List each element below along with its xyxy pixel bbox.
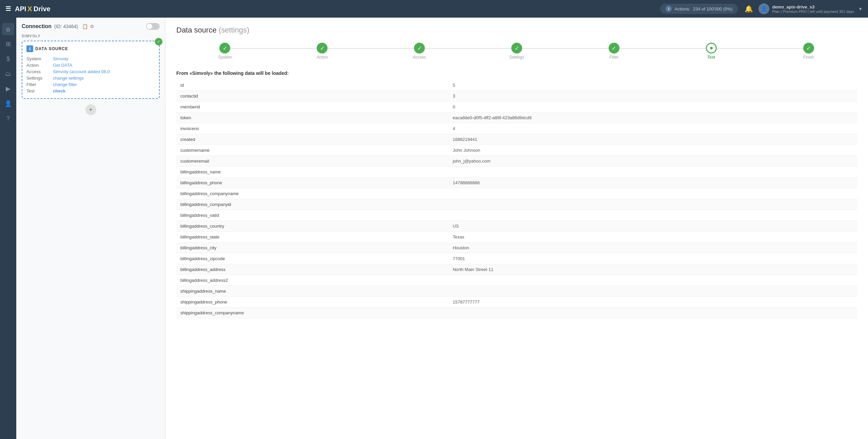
- step-action-label: Action: [317, 55, 328, 60]
- table-row: customernameJohn Johnson: [176, 145, 857, 156]
- system-label: System: [26, 56, 50, 61]
- table-row: shippingaddress_phone15787777777: [176, 297, 857, 308]
- settings-label: Settings: [26, 76, 50, 81]
- sidebar-item-media[interactable]: ▶: [2, 83, 14, 95]
- connection-icons: 📋 ⚙: [82, 24, 94, 29]
- field-value: john_j@yahoo.com: [449, 156, 857, 167]
- table-row: billingaddress_zipcode77001: [176, 253, 857, 264]
- sidebar-item-home[interactable]: ⌂: [2, 23, 14, 35]
- card-row-filter: Filter change filter: [26, 81, 155, 88]
- copy-icon[interactable]: 📋: [82, 24, 88, 29]
- field-name: customername: [176, 145, 449, 156]
- step-test[interactable]: Test: [663, 43, 760, 60]
- step-filter: ✓ Filter: [565, 43, 663, 60]
- field-value: 77001: [449, 253, 857, 264]
- bell-icon[interactable]: 🔔: [745, 5, 753, 13]
- system-value[interactable]: Simvoly: [53, 56, 68, 61]
- table-row: invoiceno4: [176, 123, 857, 134]
- access-value[interactable]: Simvoly (account added 08.0: [53, 69, 110, 74]
- user-info: 👤 demo_apix-drive_s3 Plan | Premium PRO …: [758, 3, 863, 14]
- logo-x: X: [27, 5, 32, 13]
- field-value: [449, 210, 857, 221]
- card-row-access: Access Simvoly (account added 08.0: [26, 68, 155, 75]
- field-name: billingaddress_companyname: [176, 188, 449, 199]
- main-container: Connection (ID: 43464) 📋 ⚙ SIMVOLY ✓ 1 D…: [16, 18, 868, 439]
- avatar: 👤: [758, 3, 769, 14]
- field-name: shippingaddress_name: [176, 286, 449, 297]
- field-value: 5: [449, 80, 857, 91]
- step-settings-circle: ✓: [511, 43, 522, 54]
- table-row: contactid3: [176, 91, 857, 102]
- sidebar-item-connections[interactable]: ⊞: [2, 38, 14, 50]
- step-access: ✓ Access: [371, 43, 468, 60]
- card-header: 1 DATA SOURCE: [26, 45, 155, 52]
- user-details: demo_apix-drive_s3 Plan | Premium PRO | …: [772, 4, 854, 14]
- filter-value[interactable]: change filter: [53, 82, 77, 87]
- field-value: 1686219441: [449, 134, 857, 145]
- sidebar-item-billing[interactable]: $: [2, 53, 14, 65]
- table-row: billingaddress_cityHouston: [176, 243, 857, 253]
- step-finish-circle: ✓: [803, 43, 814, 54]
- simvoly-label: SIMVOLY: [22, 34, 160, 38]
- connection-id: (ID: 43464): [54, 24, 78, 29]
- field-name: shippingaddress_companyname: [176, 308, 449, 318]
- connection-title: Connection: [22, 23, 52, 29]
- card-type: DATA SOURCE: [35, 46, 68, 51]
- sidebar-item-tasks[interactable]: 🗂: [2, 68, 14, 80]
- toggle-switch[interactable]: [146, 23, 160, 30]
- navbar-right: 🔔 👤 demo_apix-drive_s3 Plan | Premium PR…: [745, 3, 863, 14]
- field-name: shippingaddress_phone: [176, 297, 449, 308]
- test-value[interactable]: check: [53, 88, 65, 93]
- field-name: created: [176, 134, 449, 145]
- sidebar: ⌂ ⊞ $ 🗂 ▶ 👤 ?: [0, 18, 16, 439]
- step-test-circle: [706, 43, 717, 54]
- card-row-action: Action Get DATA: [26, 62, 155, 68]
- field-name: billingaddress_vatid: [176, 210, 449, 221]
- page-title: Data source (settings): [176, 26, 857, 35]
- navbar: ☰ APIXDrive i Actions: 234 of 100'000 (0…: [0, 0, 868, 18]
- field-value: 3: [449, 91, 857, 102]
- info-icon: i: [666, 6, 672, 12]
- table-row: billingaddress_name: [176, 167, 857, 177]
- test-label: Test: [26, 88, 50, 93]
- field-name: billingaddress_address: [176, 264, 449, 275]
- field-value: [449, 275, 857, 286]
- logo-api: API: [15, 5, 26, 13]
- step-finish: ✓ Finish: [760, 43, 857, 60]
- table-row: shippingaddress_name: [176, 286, 857, 297]
- logo-drive: Drive: [34, 5, 51, 13]
- step-system: ✓ System: [176, 43, 274, 60]
- field-name: memberid: [176, 102, 449, 112]
- table-row: billingaddress_vatid: [176, 210, 857, 221]
- settings-value[interactable]: change settings: [53, 76, 84, 81]
- settings-icon[interactable]: ⚙: [90, 24, 94, 29]
- step-settings-label: Settings: [509, 55, 524, 60]
- left-panel: Connection (ID: 43464) 📋 ⚙ SIMVOLY ✓ 1 D…: [16, 18, 165, 439]
- add-block-button[interactable]: +: [85, 104, 96, 115]
- app-logo: ☰ APIXDrive: [5, 5, 51, 13]
- field-value: 0: [449, 102, 857, 112]
- field-value: Texas: [449, 232, 857, 243]
- field-value: US: [449, 221, 857, 232]
- table-row: shippingaddress_companyname: [176, 308, 857, 318]
- hamburger-icon[interactable]: ☰: [5, 5, 11, 13]
- table-row: memberid0: [176, 102, 857, 112]
- field-name: billingaddress_city: [176, 243, 449, 253]
- username: demo_apix-drive_s3: [772, 4, 854, 9]
- data-table: id5contactid3memberid0tokeneaca8de0-d0f5…: [176, 80, 857, 318]
- field-value: [449, 308, 857, 318]
- field-name: id: [176, 80, 449, 91]
- field-name: billingaddress_country: [176, 221, 449, 232]
- field-name: billingaddress_address2: [176, 275, 449, 286]
- sidebar-item-help[interactable]: ?: [2, 112, 14, 125]
- sidebar-item-account[interactable]: 👤: [2, 98, 14, 110]
- field-name: token: [176, 112, 449, 123]
- action-value[interactable]: Get DATA: [53, 63, 72, 68]
- field-name: invoiceno: [176, 123, 449, 134]
- table-row: tokeneaca8de0-d0f5-4ff2-a88f-423a86d9dcd…: [176, 112, 857, 123]
- step-access-label: Access: [413, 55, 426, 60]
- table-row: billingaddress_companyname: [176, 188, 857, 199]
- chevron-down-icon[interactable]: ▼: [858, 6, 863, 12]
- actions-label: Actions:: [674, 6, 690, 12]
- card-row-system: System Simvoly: [26, 56, 155, 62]
